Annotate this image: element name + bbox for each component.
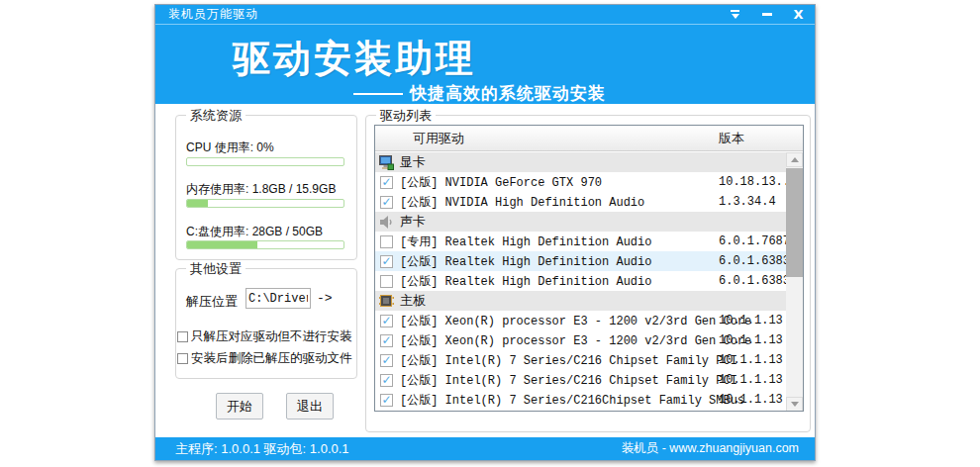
scroll-down-button[interactable] (786, 397, 803, 412)
close-button[interactable]: X (792, 8, 805, 21)
driver-list-legend: 驱动列表 (376, 107, 436, 125)
scrollbar[interactable] (786, 152, 803, 412)
driver-name: [公版] Intel(R) 7 Series/C216 Chipset Fami… (400, 352, 737, 369)
cpu-progressbar (186, 157, 344, 166)
column-header-available: 可用驱动 (413, 130, 464, 147)
memory-usage-label: 内存使用率: 1.8GB / 15.9GB (186, 181, 336, 198)
row-checkbox[interactable] (380, 315, 393, 327)
row-checkbox[interactable] (380, 334, 393, 347)
scroll-thumb[interactable] (786, 168, 803, 277)
driver-table: 可用驱动 版本 显卡 [公版] NVIDIA GeForce GTX 970 1… (374, 125, 804, 412)
row-checkbox[interactable] (380, 275, 393, 288)
close-icon: X (793, 8, 803, 21)
system-resources-group: 系统资源 CPU 使用率: 0% 内存使用率: 1.8GB / 15.9GB C… (175, 115, 357, 260)
display-icon (379, 155, 394, 170)
scroll-up-button[interactable] (786, 152, 803, 167)
extract-path-input[interactable] (245, 288, 311, 309)
status-bar: 主程序: 1.0.0.1 驱动包: 1.0.0.1 装机员 - www.zhua… (155, 437, 815, 460)
other-settings-group: 其他设置 解压位置 -> 只解压对应驱动但不进行安装 安装后删除已解压的驱动文件 (175, 268, 357, 379)
titlebar-controls: X (729, 5, 805, 24)
extract-only-checkbox[interactable] (177, 331, 188, 342)
desktop-background: 装机员万能驱动 X 驱动安装助理 快捷高效的系统驱动安装 (0, 0, 980, 467)
driver-version: 6.0.1.6383 (719, 254, 790, 268)
driver-version: 6.0.1.7687 (719, 234, 790, 248)
driver-name: [公版] Realtek High Definition Audio (400, 253, 651, 270)
scroll-up-icon (791, 157, 799, 162)
category-row[interactable]: 显卡 (375, 152, 788, 172)
row-checkbox[interactable] (380, 196, 393, 209)
scroll-down-icon (791, 402, 799, 407)
footer-brand-text: 装机员 - www.zhuangjiyuan.com (622, 440, 799, 457)
delete-after-label: 安装后删除已解压的驱动文件 (191, 350, 352, 367)
driver-row[interactable]: [公版] Realtek High Definition Audio 6.0.1… (375, 251, 788, 271)
driver-name: [专用] Realtek High Definition Audio (400, 234, 651, 250)
app-subtitle-row: 快捷高效的系统驱动安装 (353, 82, 606, 105)
speaker-icon (379, 215, 394, 230)
table-header: 可用驱动 版本 (375, 126, 803, 151)
disk-usage-label: C:盘使用率: 28GB / 50GB (186, 224, 323, 240)
cpu-usage-label: CPU 使用率: 0% (186, 140, 274, 156)
column-header-version: 版本 (719, 130, 744, 147)
driver-list-group: 驱动列表 可用驱动 版本 显卡 [公版] NVIDIA GeForce GTX … (365, 115, 811, 432)
memory-progress-fill (187, 200, 208, 207)
footer-version-text: 主程序: 1.0.0.1 驱动包: 1.0.0.1 (175, 440, 349, 458)
driver-name: [公版] Realtek High Definition Audio (400, 273, 651, 290)
row-checkbox[interactable] (380, 394, 393, 407)
driver-version: 1.3.34.4 (719, 195, 776, 209)
driver-row[interactable]: [公版] Intel(R) 7 Series/C216 Chipset Fami… (375, 350, 788, 370)
driver-version: 10.1.1.13 (719, 333, 783, 347)
driver-name: [公版] Xeon(R) processor E3 - 1200 v2/3rd … (400, 313, 751, 329)
category-row[interactable]: 主板 (375, 291, 788, 311)
driver-name: [公版] Xeon(R) processor E3 - 1200 v2/3rd … (400, 332, 751, 349)
minimize-button[interactable] (760, 8, 773, 21)
row-checkbox[interactable] (380, 176, 393, 189)
row-checkbox[interactable] (380, 374, 393, 387)
category-row[interactable]: 声卡 (375, 212, 788, 232)
driver-row[interactable]: [专用] Realtek High Definition Audio 6.0.1… (375, 232, 788, 251)
driver-version: 10.1.1.13 (719, 314, 783, 327)
driver-name: [公版] NVIDIA GeForce GTX 970 (400, 174, 602, 191)
driver-rows: 显卡 [公版] NVIDIA GeForce GTX 970 10.18.13.… (375, 152, 788, 410)
app-header: 驱动安装助理 快捷高效的系统驱动安装 (155, 24, 815, 104)
driver-name: [公版] Intel(R) 7 Series/C216 Chipset Fami… (400, 372, 737, 389)
disk-progressbar (186, 240, 344, 249)
driver-version: 10.1.1.13 (719, 373, 783, 387)
chip-icon (379, 294, 394, 309)
app-title: 驱动安装助理 (233, 34, 476, 84)
browse-arrow-button[interactable]: -> (317, 291, 333, 306)
driver-version: 6.0.1.6383 (719, 274, 790, 288)
driver-row[interactable]: [公版] NVIDIA GeForce GTX 970 10.18.13.... (375, 172, 788, 192)
menu-arrow-icon (731, 10, 739, 19)
other-settings-legend: 其他设置 (186, 260, 245, 278)
row-checkbox[interactable] (380, 255, 393, 268)
delete-after-checkbox[interactable] (177, 353, 188, 364)
extract-location-label: 解压位置 (186, 293, 238, 311)
driver-version: 10.1.1.13 (719, 353, 783, 367)
driver-row[interactable]: [公版] Intel(R) 7 Series/C216Chipset Famil… (375, 390, 788, 410)
driver-row[interactable]: [公版] Intel(R) 7 Series/C216 Chipset Fami… (375, 370, 788, 390)
extract-only-label: 只解压对应驱动但不进行安装 (191, 328, 352, 345)
driver-row[interactable]: [公版] Realtek High Definition Audio 6.0.1… (375, 271, 788, 291)
system-resources-legend: 系统资源 (186, 107, 245, 125)
option-delete-after[interactable]: 安装后删除已解压的驱动文件 (177, 350, 352, 367)
driver-row[interactable]: [公版] Xeon(R) processor E3 - 1200 v2/3rd … (375, 330, 788, 350)
driver-row[interactable]: [公版] NVIDIA High Definition Audio 1.3.34… (375, 192, 788, 212)
app-window: 装机员万能驱动 X 驱动安装助理 快捷高效的系统驱动安装 (154, 4, 816, 461)
driver-name: [公版] Intel(R) 7 Series/C216Chipset Famil… (400, 392, 744, 409)
exit-button[interactable]: 退出 (286, 393, 334, 420)
title-bar[interactable]: 装机员万能驱动 X (155, 5, 815, 24)
minimize-icon (762, 13, 772, 16)
subtitle-dash (353, 93, 403, 95)
option-extract-only[interactable]: 只解压对应驱动但不进行安装 (177, 328, 352, 345)
row-checkbox[interactable] (380, 354, 393, 367)
app-subtitle: 快捷高效的系统驱动安装 (410, 82, 606, 105)
window-title: 装机员万能驱动 (155, 6, 258, 23)
driver-name: [公版] NVIDIA High Definition Audio (400, 194, 644, 211)
start-button[interactable]: 开始 (216, 393, 263, 420)
driver-row[interactable]: [公版] Xeon(R) processor E3 - 1200 v2/3rd … (375, 311, 788, 330)
menu-button[interactable] (729, 8, 741, 21)
disk-progress-fill (187, 241, 257, 248)
memory-progressbar (186, 199, 344, 208)
driver-version: 10.1.1.13 (719, 393, 783, 407)
row-checkbox[interactable] (380, 235, 393, 248)
